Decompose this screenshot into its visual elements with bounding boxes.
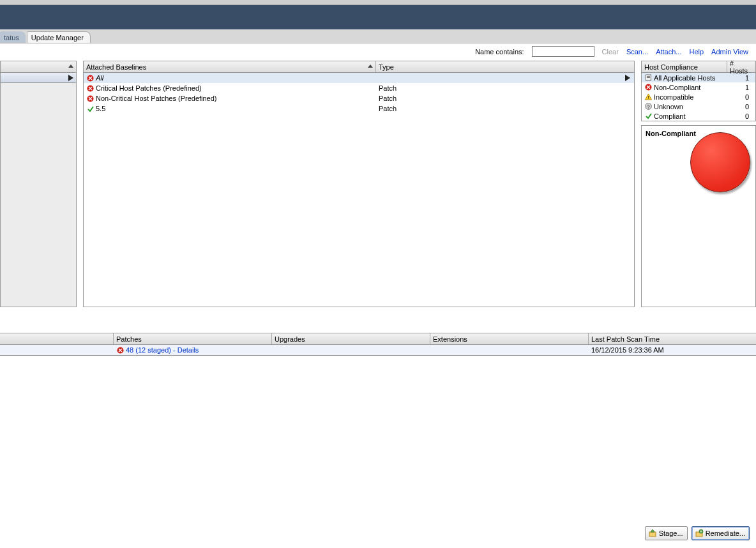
col-upgrades[interactable]: Upgrades: [272, 333, 430, 344]
baseline-name: All: [96, 74, 103, 82]
sort-icon: [368, 65, 373, 68]
red-x-icon: [86, 74, 94, 82]
baselines-panel: Attached Baselines Type AllCritical Host…: [83, 61, 635, 307]
baseline-row[interactable]: Critical Host Patches (Predefined)Patch: [84, 83, 634, 93]
details-grid: Patches Upgrades Extensions Last Patch S…: [0, 333, 756, 356]
baseline-row[interactable]: 5.5Patch: [84, 103, 634, 114]
hc-row[interactable]: Compliant0: [642, 111, 755, 121]
hc-count: 0: [745, 103, 753, 110]
col-type[interactable]: Type: [376, 61, 634, 72]
col-attached-baselines-label: Attached Baselines: [86, 63, 146, 71]
hc-label: Compliant: [654, 112, 686, 120]
baselines-header: Attached Baselines Type: [84, 61, 634, 73]
hc-label: Unknown: [654, 103, 683, 110]
pie-slice-noncompliant: [690, 132, 750, 192]
col-hosts-count[interactable]: # Hosts: [727, 61, 755, 72]
hc-row[interactable]: ?Unknown0: [642, 102, 755, 111]
patches-text: 48 (12 staged) - Details: [126, 346, 199, 354]
col-extensions[interactable]: Extensions: [430, 333, 589, 344]
baseline-type: Patch: [379, 84, 634, 92]
hc-count: 1: [745, 74, 753, 82]
toolbar: Name contains: Clear Scan... Attach... H…: [0, 43, 756, 61]
tab-bar: tatus Update Manager: [0, 29, 756, 43]
hc-count: 1: [745, 84, 753, 91]
q-icon: ?: [644, 103, 652, 110]
baseline-name: 5.5: [96, 105, 105, 112]
hc-row[interactable]: Non-Compliant1: [642, 82, 755, 92]
details-row[interactable]: 48 (12 staged) - Details 16/12/2015 9:23…: [0, 345, 756, 355]
host-compliance-header: Host Compliance # Hosts: [642, 61, 755, 73]
hc-label: Incompatible: [654, 93, 693, 101]
svg-text:?: ?: [647, 104, 650, 110]
details-header: Patches Upgrades Extensions Last Patch S…: [0, 333, 756, 345]
baseline-row[interactable]: Non-Critical Host Patches (Predefined)Pa…: [84, 93, 634, 103]
baseline-row[interactable]: All: [84, 73, 634, 83]
baseline-type: Patch: [379, 105, 634, 112]
red-x-icon: [86, 95, 94, 102]
check-icon: [644, 112, 652, 120]
baseline-type: Patch: [379, 95, 634, 102]
hc-label: Non-Compliant: [654, 84, 700, 91]
play-icon: [68, 75, 73, 81]
tab-update-manager[interactable]: Update Manager: [27, 31, 91, 43]
admin-view-link[interactable]: Admin View: [711, 48, 748, 56]
stage-label: Stage...: [659, 529, 683, 537]
play-icon: [625, 75, 630, 81]
left-panel: [0, 61, 77, 307]
col-host-compliance[interactable]: Host Compliance: [642, 61, 727, 72]
compliance-chart: Non-Compliant: [641, 125, 756, 307]
right-stack: Host Compliance # Hosts All Applicable H…: [641, 61, 756, 307]
svg-rect-12: [649, 532, 656, 537]
window-top-strip: [0, 0, 756, 5]
help-link[interactable]: Help: [689, 48, 704, 56]
scan-link[interactable]: Scan...: [626, 48, 648, 56]
red-x-icon: [644, 84, 652, 91]
left-play-row[interactable]: [1, 73, 76, 83]
baseline-name: Critical Host Patches (Predefined): [96, 84, 202, 92]
svg-rect-8: [648, 98, 649, 99]
svg-rect-7: [648, 96, 649, 98]
left-panel-header: [1, 61, 76, 73]
svg-rect-5: [647, 77, 650, 78]
host-compliance-body: All Applicable Hosts1Non-Compliant1Incom…: [642, 73, 755, 121]
warn-icon: [644, 93, 652, 101]
check-icon: [86, 105, 94, 112]
svg-rect-4: [647, 76, 650, 77]
main-area: Attached Baselines Type AllCritical Host…: [0, 61, 756, 307]
remediate-icon: [695, 529, 704, 538]
filter-input[interactable]: [532, 46, 594, 57]
col-last-scan[interactable]: Last Patch Scan Time: [589, 333, 756, 344]
tab-status[interactable]: tatus: [0, 31, 26, 43]
attach-link[interactable]: Attach...: [656, 48, 681, 56]
hc-count: 0: [745, 93, 753, 101]
baselines-body: AllCritical Host Patches (Predefined)Pat…: [84, 73, 634, 307]
col-host[interactable]: [0, 333, 114, 344]
col-attached-baselines[interactable]: Attached Baselines: [84, 61, 376, 72]
host-icon: [644, 74, 652, 82]
sort-icon: [68, 65, 73, 68]
action-buttons: Stage... Remediate...: [645, 526, 750, 540]
col-patches[interactable]: Patches: [114, 333, 272, 344]
app-header-band: [0, 5, 756, 29]
host-compliance-panel: Host Compliance # Hosts All Applicable H…: [641, 61, 756, 121]
scan-time: 16/12/2015 9:23:36 AM: [589, 346, 756, 354]
remediate-button[interactable]: Remediate...: [692, 526, 750, 540]
hc-count: 0: [745, 112, 753, 120]
patches-details-link[interactable]: 48 (12 staged) - Details: [116, 346, 199, 354]
clear-link[interactable]: Clear: [602, 48, 619, 56]
hc-label: All Applicable Hosts: [654, 74, 716, 82]
red-x-icon: [86, 84, 94, 92]
baseline-name: Non-Critical Host Patches (Predefined): [96, 95, 217, 102]
hc-row[interactable]: Incompatible0: [642, 92, 755, 102]
red-x-icon: [116, 346, 124, 354]
filter-label: Name contains:: [475, 48, 524, 56]
col-type-label: Type: [379, 63, 394, 71]
stage-icon: [648, 529, 657, 538]
remediate-label: Remediate...: [706, 529, 745, 537]
stage-button[interactable]: Stage...: [645, 526, 688, 540]
